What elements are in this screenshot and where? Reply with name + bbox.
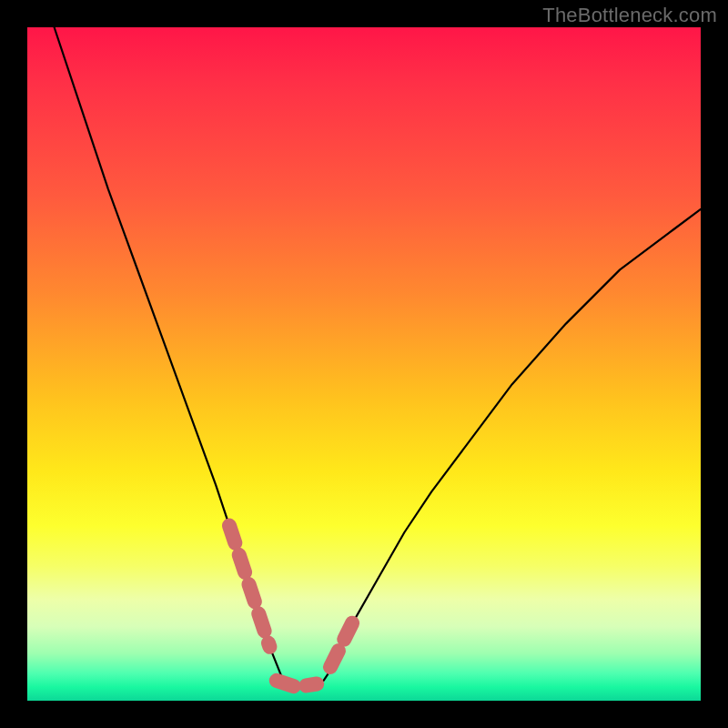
highlight-right-segment	[330, 613, 358, 667]
curve-svg	[27, 27, 701, 701]
highlight-floor-segment	[277, 681, 317, 687]
bottleneck-curve-line	[55, 27, 701, 687]
watermark-text: TheBottleneck.com	[542, 4, 717, 27]
highlight-left-segment	[229, 526, 269, 647]
plot-area	[27, 27, 701, 701]
chart-frame: TheBottleneck.com	[0, 0, 728, 728]
